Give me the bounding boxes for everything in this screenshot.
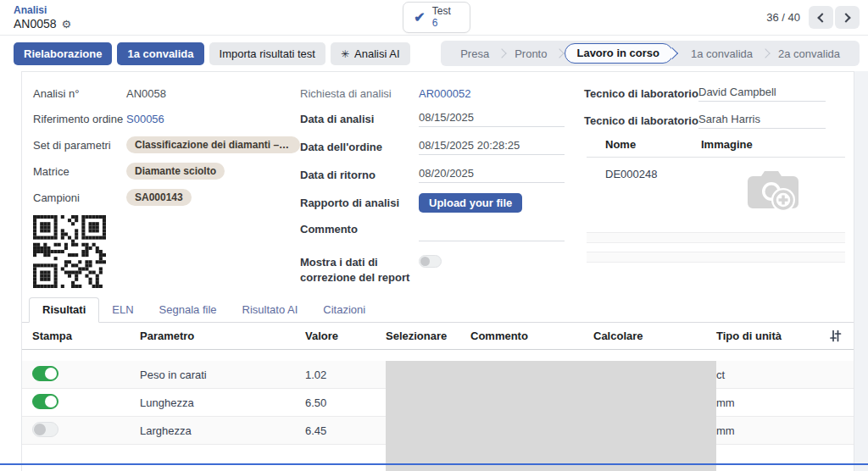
pager-counter: 36 / 40: [766, 11, 800, 24]
chevron-right-icon: [841, 13, 850, 22]
disabled-cells-block: [386, 361, 716, 471]
row-focus-line: [0, 463, 868, 465]
status-separator-icon: [555, 48, 565, 58]
tab-eln[interactable]: ELN: [99, 298, 146, 322]
row-unit: mm: [716, 424, 816, 437]
technician1-label: Tecnico di laboratorio: [584, 87, 698, 100]
row-unit: ct: [716, 368, 816, 381]
results-table: Stampa Parametro Valore Selezionare Comm…: [22, 323, 854, 471]
parameter-set-label: Set di parametri: [33, 139, 126, 152]
return-date-input[interactable]: 08/20/2025: [419, 167, 565, 183]
statusbar: Presa Pronto Lavoro in corso 1a convalid…: [441, 41, 860, 66]
form-right-column: Tecnico di laboratorio David Campbell Te…: [584, 86, 845, 294]
status-step-2a-convalida[interactable]: 2a convalida: [769, 47, 849, 60]
return-date-label: Data di ritorno: [300, 169, 419, 181]
ai-analysis-button[interactable]: ✳Analisi AI: [331, 42, 410, 65]
chevron-left-icon: [817, 13, 826, 22]
order-date-input[interactable]: 08/15/2025 20:28:25: [419, 139, 565, 155]
analysis-report-label: Rapporto di analisi: [300, 197, 419, 209]
status-step-lavoro-in-corso[interactable]: Lavoro in corso: [565, 43, 673, 64]
status-step-pronto[interactable]: Pronto: [505, 47, 556, 60]
row-value[interactable]: 6.45: [305, 424, 386, 437]
empty-list-row[interactable]: [587, 232, 845, 243]
qr-code[interactable]: [33, 215, 106, 288]
results-rows: Peso in carati 1.02 ct Lunghezza 6.50 mm: [22, 361, 854, 471]
row-value[interactable]: 6.50: [305, 396, 386, 409]
tab-citazioni[interactable]: Citazioni: [310, 298, 378, 322]
comment-input[interactable]: [419, 236, 565, 241]
row-parameter: Lunghezza: [140, 396, 305, 409]
print-toggle[interactable]: [32, 366, 58, 381]
row-parameter: Peso in carati: [140, 368, 305, 381]
stat-button-label: Test: [432, 6, 451, 18]
parameter-set-tag[interactable]: Classificazione dei diamanti – Dia...: [126, 136, 300, 153]
test-stat-button[interactable]: ✔ Test 6: [403, 2, 470, 34]
first-validation-button[interactable]: 1a convalida: [117, 42, 203, 65]
samples-label: Campioni: [33, 191, 126, 204]
images-list: Nome Immagine DE000248: [584, 138, 845, 263]
breadcrumb-app-link[interactable]: Analisi: [14, 4, 403, 16]
row-value[interactable]: 1.02: [305, 368, 386, 381]
import-test-results-button[interactable]: Importa risultati test: [209, 42, 326, 65]
pager-next-button[interactable]: [835, 6, 860, 29]
print-toggle[interactable]: [32, 422, 58, 437]
top-bar: Analisi AN0058 ⚙ ✔ Test 6 36 / 40: [0, 0, 868, 36]
tab-risultati[interactable]: Risultati: [29, 297, 99, 323]
col-calcolare: Calcolare: [593, 330, 716, 342]
gear-icon[interactable]: ⚙: [62, 19, 72, 30]
pager-previous-button[interactable]: [809, 6, 833, 29]
order-ref-link[interactable]: S00056: [126, 113, 164, 125]
control-panel: Rielaborazione 1a convalida Importa risu…: [0, 36, 868, 71]
images-col-immagine: Immagine: [701, 138, 845, 151]
order-date-label: Data dell'ordine: [300, 141, 419, 153]
col-valore: Valore: [305, 330, 386, 342]
comment-label: Commento: [300, 223, 419, 236]
results-table-header: Stampa Parametro Valore Selezionare Comm…: [22, 323, 854, 350]
empty-list-row[interactable]: [587, 252, 845, 263]
image-row[interactable]: DE000248: [587, 158, 845, 224]
table-spacer: [22, 350, 854, 361]
images-col-nome: Nome: [605, 138, 701, 151]
technician1-input[interactable]: David Campbell: [698, 86, 826, 102]
pager: 36 / 40: [470, 6, 860, 29]
ai-icon: ✳: [341, 48, 349, 60]
status-step-1a-convalida[interactable]: 1a convalida: [682, 47, 762, 60]
analysis-request-link[interactable]: AR000052: [419, 87, 470, 100]
print-toggle[interactable]: [32, 394, 58, 409]
analysis-no-value: AN0058: [126, 87, 166, 100]
show-correction-label: Mostra i dati di correzione del report: [300, 255, 419, 285]
notebook-tabs: Risultati ELN Segnala file Risultato AI …: [22, 297, 854, 323]
order-ref-label: Riferimento ordine: [33, 113, 126, 125]
analysis-no-label: Analisi n°: [33, 87, 126, 100]
stat-button-value: 6: [432, 18, 451, 30]
rework-button[interactable]: Rielaborazione: [14, 42, 112, 65]
tab-segnala-file[interactable]: Segnala file: [147, 298, 230, 322]
col-commento: Commento: [470, 330, 593, 342]
analysis-date-label: Data di analisi: [300, 113, 419, 125]
row-unit: mm: [716, 396, 816, 409]
samples-tag[interactable]: SA000143: [126, 189, 192, 206]
upload-file-button[interactable]: Upload your file: [419, 193, 522, 213]
col-selezionare: Selezionare: [386, 330, 470, 342]
col-parametro: Parametro: [140, 330, 305, 342]
form-sheet: Analisi n° AN0058 Riferimento ordine S00…: [21, 71, 854, 471]
analysis-form-view: Analisi AN0058 ⚙ ✔ Test 6 36 / 40 Rielab…: [0, 0, 868, 471]
show-correction-toggle[interactable]: [419, 255, 442, 268]
technician2-label: Tecnico di laboratorio: [584, 114, 698, 127]
optional-columns-icon[interactable]: [829, 330, 842, 342]
col-tipo-di-unita: Tipo di unità: [716, 330, 816, 342]
record-name: AN0058: [14, 17, 57, 30]
matrix-tag[interactable]: Diamante sciolto: [126, 163, 225, 180]
analysis-request-label: Richiesta di analisi: [300, 87, 419, 100]
tab-risultato-ai[interactable]: Risultato AI: [230, 298, 311, 322]
technician2-input[interactable]: Sarah Harris: [698, 113, 826, 129]
status-step-presa[interactable]: Presa: [451, 47, 498, 60]
analysis-date-input[interactable]: 08/15/2025: [419, 111, 565, 127]
right-gutter: [854, 71, 868, 471]
add-photo-icon[interactable]: [741, 166, 805, 219]
matrix-label: Matrice: [33, 165, 126, 178]
form-middle-column: Richiesta di analisi AR000052 Data di an…: [300, 86, 584, 294]
image-row-name: DE000248: [605, 166, 701, 219]
check-icon: ✔: [414, 11, 425, 25]
breadcrumb: Analisi AN0058 ⚙: [14, 4, 403, 30]
